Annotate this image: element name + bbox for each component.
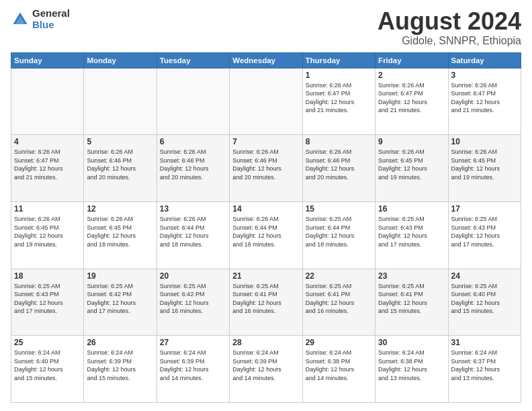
calendar-cell: 10Sunrise: 6:26 AM Sunset: 6:45 PM Dayli… (448, 135, 521, 202)
calendar-cell: 18Sunrise: 6:25 AM Sunset: 6:43 PM Dayli… (11, 269, 84, 336)
calendar-week-1: 4Sunrise: 6:26 AM Sunset: 6:47 PM Daylig… (11, 135, 521, 202)
day-number: 25 (14, 338, 81, 347)
calendar-cell: 15Sunrise: 6:25 AM Sunset: 6:44 PM Dayli… (302, 201, 375, 269)
day-info: Sunrise: 6:25 AM Sunset: 6:40 PM Dayligh… (451, 282, 518, 316)
logo-icon (11, 10, 30, 29)
calendar-cell (230, 68, 302, 135)
calendar-cell: 26Sunrise: 6:24 AM Sunset: 6:39 PM Dayli… (84, 336, 157, 403)
calendar-week-0: 1Sunrise: 6:26 AM Sunset: 6:47 PM Daylig… (11, 68, 521, 135)
calendar-cell: 21Sunrise: 6:25 AM Sunset: 6:41 PM Dayli… (230, 269, 302, 336)
calendar-cell: 23Sunrise: 6:25 AM Sunset: 6:41 PM Dayli… (375, 269, 448, 336)
day-number: 2 (378, 71, 445, 80)
calendar-cell: 1Sunrise: 6:26 AM Sunset: 6:47 PM Daylig… (302, 68, 375, 135)
day-info: Sunrise: 6:26 AM Sunset: 6:47 PM Dayligh… (306, 81, 372, 115)
main-title: August 2024 (378, 8, 521, 35)
day-info: Sunrise: 6:25 AM Sunset: 6:43 PM Dayligh… (451, 215, 518, 248)
calendar-cell: 2Sunrise: 6:26 AM Sunset: 6:47 PM Daylig… (375, 68, 448, 135)
day-info: Sunrise: 6:26 AM Sunset: 6:46 PM Dayligh… (160, 148, 226, 181)
calendar-cell (11, 68, 84, 135)
logo-text: General Blue (32, 8, 70, 30)
day-number: 18 (14, 271, 81, 281)
calendar-week-3: 18Sunrise: 6:25 AM Sunset: 6:43 PM Dayli… (11, 269, 521, 336)
day-info: Sunrise: 6:24 AM Sunset: 6:38 PM Dayligh… (306, 349, 372, 382)
header: General Blue August 2024 Gidole, SNNPR, … (11, 8, 521, 47)
day-number: 26 (87, 338, 153, 347)
calendar-cell: 25Sunrise: 6:24 AM Sunset: 6:40 PM Dayli… (11, 336, 84, 403)
col-sunday: Sunday (11, 52, 84, 68)
day-info: Sunrise: 6:25 AM Sunset: 6:41 PM Dayligh… (306, 282, 372, 316)
page: General Blue August 2024 Gidole, SNNPR, … (0, 0, 532, 411)
col-monday: Monday (84, 52, 157, 68)
title-section: August 2024 Gidole, SNNPR, Ethiopia (378, 8, 521, 47)
day-number: 27 (160, 338, 226, 347)
day-info: Sunrise: 6:25 AM Sunset: 6:43 PM Dayligh… (14, 282, 81, 316)
calendar-week-4: 25Sunrise: 6:24 AM Sunset: 6:40 PM Dayli… (11, 336, 521, 403)
day-info: Sunrise: 6:26 AM Sunset: 6:47 PM Dayligh… (14, 148, 81, 181)
day-info: Sunrise: 6:26 AM Sunset: 6:44 PM Dayligh… (232, 215, 299, 248)
day-number: 31 (451, 338, 518, 347)
day-info: Sunrise: 6:26 AM Sunset: 6:47 PM Dayligh… (378, 81, 445, 115)
day-number: 10 (451, 137, 518, 146)
col-saturday: Saturday (448, 52, 521, 68)
day-info: Sunrise: 6:26 AM Sunset: 6:45 PM Dayligh… (378, 148, 445, 181)
day-number: 4 (14, 137, 81, 146)
col-friday: Friday (375, 52, 448, 68)
day-number: 19 (87, 271, 153, 281)
day-info: Sunrise: 6:26 AM Sunset: 6:47 PM Dayligh… (451, 81, 518, 115)
day-info: Sunrise: 6:24 AM Sunset: 6:39 PM Dayligh… (160, 349, 226, 382)
day-info: Sunrise: 6:24 AM Sunset: 6:37 PM Dayligh… (451, 349, 518, 382)
calendar-cell: 24Sunrise: 6:25 AM Sunset: 6:40 PM Dayli… (448, 269, 521, 336)
col-wednesday: Wednesday (230, 52, 302, 68)
day-info: Sunrise: 6:25 AM Sunset: 6:44 PM Dayligh… (306, 215, 372, 248)
calendar-table: Sunday Monday Tuesday Wednesday Thursday… (11, 52, 521, 403)
day-info: Sunrise: 6:26 AM Sunset: 6:45 PM Dayligh… (14, 215, 81, 248)
col-thursday: Thursday (302, 52, 375, 68)
calendar-cell: 20Sunrise: 6:25 AM Sunset: 6:42 PM Dayli… (157, 269, 229, 336)
day-info: Sunrise: 6:24 AM Sunset: 6:39 PM Dayligh… (87, 349, 153, 382)
subtitle: Gidole, SNNPR, Ethiopia (378, 35, 521, 47)
calendar-cell: 27Sunrise: 6:24 AM Sunset: 6:39 PM Dayli… (157, 336, 229, 403)
calendar-cell: 3Sunrise: 6:26 AM Sunset: 6:47 PM Daylig… (448, 68, 521, 135)
calendar-cell: 4Sunrise: 6:26 AM Sunset: 6:47 PM Daylig… (11, 135, 84, 202)
calendar-header: Sunday Monday Tuesday Wednesday Thursday… (11, 52, 521, 68)
day-info: Sunrise: 6:25 AM Sunset: 6:43 PM Dayligh… (378, 215, 445, 248)
day-number: 11 (14, 204, 81, 214)
day-number: 24 (451, 271, 518, 281)
day-number: 9 (378, 137, 445, 146)
day-number: 23 (378, 271, 445, 281)
day-info: Sunrise: 6:26 AM Sunset: 6:45 PM Dayligh… (87, 215, 153, 248)
calendar-cell (157, 68, 229, 135)
day-info: Sunrise: 6:26 AM Sunset: 6:46 PM Dayligh… (87, 148, 153, 181)
calendar-cell (84, 68, 157, 135)
day-info: Sunrise: 6:25 AM Sunset: 6:41 PM Dayligh… (232, 282, 299, 316)
header-row: Sunday Monday Tuesday Wednesday Thursday… (11, 52, 521, 68)
calendar-cell: 29Sunrise: 6:24 AM Sunset: 6:38 PM Dayli… (302, 336, 375, 403)
day-number: 6 (160, 137, 226, 146)
day-number: 20 (160, 271, 226, 281)
day-info: Sunrise: 6:25 AM Sunset: 6:41 PM Dayligh… (378, 282, 445, 316)
day-number: 28 (232, 338, 299, 347)
day-number: 5 (87, 137, 153, 146)
day-number: 8 (306, 137, 372, 146)
calendar-cell: 6Sunrise: 6:26 AM Sunset: 6:46 PM Daylig… (157, 135, 229, 202)
calendar-cell: 14Sunrise: 6:26 AM Sunset: 6:44 PM Dayli… (230, 201, 302, 269)
calendar-cell: 16Sunrise: 6:25 AM Sunset: 6:43 PM Dayli… (375, 201, 448, 269)
day-info: Sunrise: 6:24 AM Sunset: 6:40 PM Dayligh… (14, 349, 81, 382)
calendar-cell: 28Sunrise: 6:24 AM Sunset: 6:39 PM Dayli… (230, 336, 302, 403)
calendar-cell: 22Sunrise: 6:25 AM Sunset: 6:41 PM Dayli… (302, 269, 375, 336)
calendar-cell: 31Sunrise: 6:24 AM Sunset: 6:37 PM Dayli… (448, 336, 521, 403)
day-number: 12 (87, 204, 153, 214)
day-number: 16 (378, 204, 445, 214)
calendar-body: 1Sunrise: 6:26 AM Sunset: 6:47 PM Daylig… (11, 68, 521, 402)
calendar-cell: 7Sunrise: 6:26 AM Sunset: 6:46 PM Daylig… (230, 135, 302, 202)
day-info: Sunrise: 6:24 AM Sunset: 6:38 PM Dayligh… (378, 349, 445, 382)
calendar-cell: 17Sunrise: 6:25 AM Sunset: 6:43 PM Dayli… (448, 201, 521, 269)
day-info: Sunrise: 6:26 AM Sunset: 6:46 PM Dayligh… (306, 148, 372, 181)
day-number: 7 (232, 137, 299, 146)
logo: General Blue (11, 8, 70, 30)
day-number: 21 (232, 271, 299, 281)
calendar-cell: 11Sunrise: 6:26 AM Sunset: 6:45 PM Dayli… (11, 201, 84, 269)
day-info: Sunrise: 6:26 AM Sunset: 6:46 PM Dayligh… (232, 148, 299, 181)
day-number: 14 (232, 204, 299, 214)
calendar-cell: 9Sunrise: 6:26 AM Sunset: 6:45 PM Daylig… (375, 135, 448, 202)
